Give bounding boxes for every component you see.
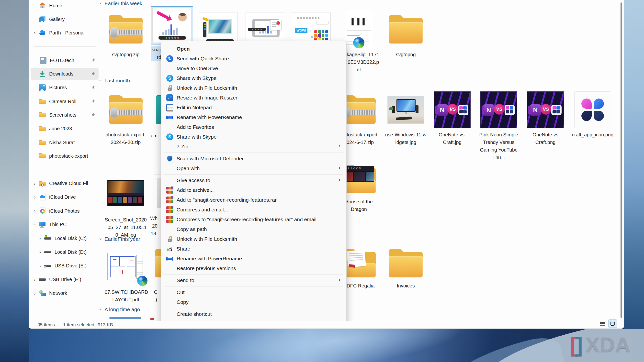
sidebar-item-creative-cloud[interactable]: › Creative Cloud Files	[30, 177, 98, 189]
details-view-button[interactable]	[600, 321, 606, 327]
vertical-scrollbar[interactable]	[618, 0, 624, 321]
edge-browser-icon	[137, 276, 148, 286]
sidebar-item-photostack-export[interactable]: photostack-export-2	[30, 150, 98, 162]
quick-share-icon	[166, 55, 173, 62]
sidebar-item-usb-drive-e[interactable]: › USB Drive (E:)	[36, 260, 104, 272]
sidebar-item-label: Network	[49, 290, 67, 296]
defender-shield-icon	[166, 155, 173, 162]
file-widgets-jpg[interactable]: use-Windows-11-widgets.jpg	[382, 90, 429, 146]
sidebar-item-usb-drive-e2[interactable]: › USB Drive (E:)	[30, 274, 98, 285]
menu-item-share[interactable]: Share	[161, 244, 346, 254]
sidebar-item-label: iCloud Photos	[49, 208, 80, 214]
file-craft-app-icon[interactable]: craft_app_icon.png	[570, 90, 616, 139]
menu-item-create-shortcut[interactable]: Create shortcut	[161, 309, 346, 319]
menu-item-cut[interactable]: Cut	[161, 288, 346, 297]
context-menu: Open Send with Quick Share Move to OneDr…	[161, 41, 346, 329]
menu-item-open-with[interactable]: Open with›	[161, 164, 346, 173]
sidebar-item-label: Nisha Surat	[49, 140, 75, 145]
menu-item-edit-notepad[interactable]: Edit in Notepad	[161, 103, 346, 112]
xda-text: XDA	[585, 334, 630, 355]
menu-item-share-skype[interactable]: Share with Skype	[161, 73, 346, 83]
file-label-fragment: Wh 20 13.	[140, 215, 158, 237]
menu-item-unlock-file-locksmith-2[interactable]: Unlock with File Locksmith	[161, 234, 346, 244]
wallpaper-left-strip	[0, 0, 28, 362]
folder-icon	[39, 98, 46, 105]
floorplan-thumbnail	[107, 253, 144, 280]
padlock-icon	[166, 85, 173, 91]
menu-item-add-to-rar[interactable]: Add to "snagit-screen-recording-features…	[161, 195, 346, 205]
sidebar-item-local-disk-c[interactable]: › Local Disk (C:)	[36, 232, 104, 244]
sidebar-item-nisha-surat[interactable]: Nisha Surat	[30, 137, 98, 148]
large-thumbnails-view-button[interactable]	[608, 320, 617, 328]
menu-item-add-favorites[interactable]: Add to Favorites	[161, 122, 346, 132]
movie-collage-thumbnail	[107, 180, 144, 206]
wallpaper-light-band	[198, 329, 471, 362]
folder-icon	[39, 125, 46, 132]
menu-item-image-resizer[interactable]: Resize with Image Resizer	[161, 93, 346, 103]
sidebar-item-icloud-drive[interactable]: › iCloud Drive	[30, 191, 98, 203]
file-invoices-folder[interactable]: Invoices	[382, 246, 429, 290]
menu-item-send-to[interactable]: Send to›	[161, 276, 346, 285]
file-svgtopng-zip[interactable]: svgtopng.zip	[102, 10, 149, 58]
file-label: svgtopng	[385, 51, 427, 58]
menu-item-compress-email[interactable]: Compress and email...	[161, 205, 346, 215]
menu-item-compress-to-rar-email[interactable]: Compress to "snagit-screen-recording-fea…	[161, 215, 346, 224]
menu-item-open[interactable]: Open	[161, 44, 346, 54]
padlock-icon	[166, 236, 173, 243]
file-svgtopng-folder[interactable]: svgtopng	[382, 10, 429, 58]
home-icon	[39, 2, 46, 9]
sidebar-item-label: USB Drive (E:)	[49, 277, 81, 282]
sidebar-item-eoto-tech[interactable]: EOTO.tech	[30, 54, 98, 66]
folder-icon	[388, 249, 424, 278]
sidebar-item-local-disk-d[interactable]: › Local Disk (D:)	[36, 246, 104, 258]
sidebar-item-screenshots[interactable]: Screenshots	[30, 109, 98, 121]
menu-item-share-skype-2[interactable]: Share with Skype	[161, 132, 346, 142]
group-header-earlier-this-week[interactable]: › Earlier this week	[100, 0, 142, 6]
menu-item-copy[interactable]: Copy	[161, 297, 346, 307]
menu-item-move-to-onedrive[interactable]: Move to OneDrive	[161, 63, 346, 73]
menu-item-7zip[interactable]: 7-Zip›	[161, 142, 346, 152]
gallery-icon	[39, 16, 46, 23]
powerrename-icon	[166, 255, 173, 262]
file-pink-neon-thumbnail[interactable]: N VS Pink Neon Simple Trendy Versus Gami…	[476, 90, 522, 161]
winrar-icon	[166, 187, 173, 194]
sidebar-item-downloads[interactable]: Downloads	[30, 68, 98, 80]
menu-item-copy-as-path[interactable]: Copy as path	[161, 224, 346, 234]
menu-item-unlock-file-locksmith[interactable]: Unlock with File Locksmith	[161, 83, 346, 93]
file-onenote-vs-craft-png[interactable]: N VS OneNote vs Craft.png	[522, 90, 569, 146]
sidebar-item-gallery[interactable]: Gallery	[30, 13, 98, 25]
sidebar-item-label: photostack-export-2	[49, 153, 88, 159]
disk-icon	[44, 249, 51, 255]
snagit-thumbnail	[152, 8, 192, 43]
folder-icon	[388, 15, 424, 44]
sidebar-item-label: Home	[49, 3, 62, 8]
sidebar-item-onedrive[interactable]: › Parth - Personal	[30, 27, 98, 39]
sidebar-item-network[interactable]: › Network	[30, 287, 98, 299]
group-header-last-month[interactable]: › Last month	[100, 78, 130, 84]
menu-item-powerrename-2[interactable]: Rename with PowerRename	[161, 254, 346, 264]
craft-logo	[458, 105, 468, 115]
sidebar-item-label: Gallery	[49, 17, 64, 22]
sidebar-item-label: EOTO.tech	[50, 58, 74, 63]
craft-logo	[504, 105, 515, 115]
menu-item-defender-scan[interactable]: Scan with Microsoft Defender...	[161, 154, 346, 164]
menu-item-give-access[interactable]: Give access to›	[161, 175, 346, 185]
sidebar-item-june-2023[interactable]: June 2023	[30, 123, 98, 134]
sidebar-item-label: Creative Cloud Files	[49, 181, 88, 186]
menu-item-powerrename[interactable]: Rename with PowerRename	[161, 112, 346, 122]
group-header-a-long-time-ago[interactable]: › A long time ago	[100, 307, 140, 312]
sidebar-item-home[interactable]: Home	[30, 0, 98, 11]
sidebar-item-pictures[interactable]: Pictures	[30, 82, 98, 93]
status-bar: 35 items 1 item selected 913 KB	[28, 321, 624, 329]
sidebar-item-icloud-photos[interactable]: › iCloud Photos	[30, 205, 98, 217]
sidebar-item-this-pc[interactable]: › This PC	[30, 219, 98, 230]
notepad-icon	[166, 104, 173, 111]
menu-item-quick-share[interactable]: Send with Quick Share	[161, 54, 346, 63]
sidebar-item-camera-roll[interactable]: Camera Roll	[30, 96, 98, 107]
submenu-chevron-icon: ›	[338, 277, 340, 283]
scrollbar-thumb[interactable]	[620, 2, 622, 318]
view-toggles	[600, 320, 617, 328]
menu-item-restore-previous[interactable]: Restore previous versions	[161, 264, 346, 273]
file-onenote-vs-craft-jpg[interactable]: N VS OneNote vs. Craft.jpg	[429, 90, 476, 146]
menu-item-add-to-archive[interactable]: Add to archive...	[161, 185, 346, 195]
